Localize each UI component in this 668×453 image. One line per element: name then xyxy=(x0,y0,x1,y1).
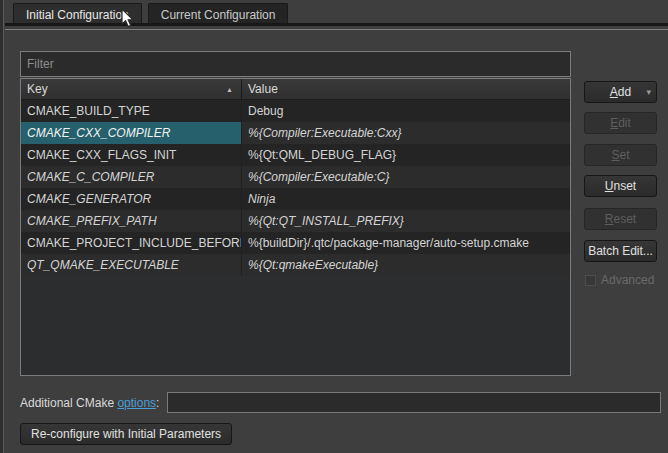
advanced-label: Advanced xyxy=(601,273,654,287)
add-button-label: dd xyxy=(618,85,631,99)
tab-current-configuration[interactable]: Current Configuration xyxy=(148,3,289,23)
cmake-configuration-panel: Initial Configuration Current Configurat… xyxy=(0,0,668,453)
value-cell[interactable]: %{Qt:qmakeExecutable} xyxy=(242,254,570,276)
value-cell[interactable]: %{Compiler:Executable:Cxx} xyxy=(242,122,570,144)
value-cell[interactable]: Debug xyxy=(242,100,570,122)
value-cell[interactable]: %{Qt:QT_INSTALL_PREFIX} xyxy=(242,210,570,232)
key-cell[interactable]: CMAKE_PREFIX_PATH xyxy=(21,210,242,232)
reset-button[interactable]: Reset xyxy=(584,208,657,230)
table-header: Key ▲ Value xyxy=(21,79,570,100)
reconfigure-label: Re-configure with Initial Parameters xyxy=(31,427,221,441)
table-row[interactable]: QT_QMAKE_EXECUTABLE %{Qt:qmakeExecutable… xyxy=(21,254,570,276)
tab-bar: Initial Configuration Current Configurat… xyxy=(5,0,668,26)
panel-left-border xyxy=(0,0,4,453)
key-cell[interactable]: QT_QMAKE_EXECUTABLE xyxy=(21,254,242,276)
table-row[interactable]: CMAKE_PROJECT_INCLUDE_BEFORE %{buildDir}… xyxy=(21,232,570,254)
tab-label: Current Configuration xyxy=(161,8,276,22)
checkbox-icon xyxy=(585,275,596,286)
tab-label: Initial Configuration xyxy=(26,8,129,22)
reconfigure-button[interactable]: Re-configure with Initial Parameters xyxy=(20,423,232,445)
set-button[interactable]: Set xyxy=(584,144,657,166)
additional-cmake-options-label: Additional CMake options: xyxy=(20,396,159,410)
table-row[interactable]: CMAKE_PREFIX_PATH %{Qt:QT_INSTALL_PREFIX… xyxy=(21,210,570,232)
key-cell[interactable]: CMAKE_CXX_FLAGS_INIT xyxy=(21,144,242,166)
configuration-table: Key ▲ Value CMAKE_BUILD_TYPE Debug CMAKE… xyxy=(20,78,571,376)
edit-button[interactable]: Edit xyxy=(584,112,657,134)
column-header-key-label: Key xyxy=(27,82,48,96)
value-cell[interactable]: Ninja xyxy=(242,188,570,210)
value-cell[interactable]: %{Compiler:Executable:C} xyxy=(242,166,570,188)
tab-pane: Key ▲ Value CMAKE_BUILD_TYPE Debug CMAKE… xyxy=(5,29,668,450)
options-link[interactable]: options xyxy=(117,396,156,410)
table-row[interactable]: CMAKE_CXX_COMPILER %{Compiler:Executable… xyxy=(21,122,570,144)
column-header-value-label: Value xyxy=(248,82,278,96)
value-cell[interactable]: %{Qt:QML_DEBUG_FLAG} xyxy=(242,144,570,166)
table-row[interactable]: CMAKE_GENERATOR Ninja xyxy=(21,188,570,210)
filter-input[interactable] xyxy=(20,51,571,77)
add-button[interactable]: Add ▾ xyxy=(584,81,657,103)
table-body: CMAKE_BUILD_TYPE Debug CMAKE_CXX_COMPILE… xyxy=(21,100,570,276)
add-button-mnemonic: A xyxy=(610,85,618,99)
key-cell[interactable]: CMAKE_BUILD_TYPE xyxy=(21,100,242,122)
table-row[interactable]: CMAKE_BUILD_TYPE Debug xyxy=(21,100,570,122)
tab-initial-configuration[interactable]: Initial Configuration xyxy=(13,3,142,23)
table-row[interactable]: CMAKE_CXX_FLAGS_INIT %{Qt:QML_DEBUG_FLAG… xyxy=(21,144,570,166)
key-cell[interactable]: CMAKE_GENERATOR xyxy=(21,188,242,210)
value-cell[interactable]: %{buildDir}/.qtc/package-manager/auto-se… xyxy=(242,232,570,254)
unset-button[interactable]: Unset xyxy=(584,175,657,197)
column-header-key[interactable]: Key ▲ xyxy=(21,79,242,99)
key-cell-selected[interactable]: CMAKE_CXX_COMPILER xyxy=(21,122,242,144)
table-row[interactable]: CMAKE_C_COMPILER %{Compiler:Executable:C… xyxy=(21,166,570,188)
sort-ascending-icon: ▲ xyxy=(226,86,233,93)
additional-cmake-options-input[interactable] xyxy=(167,392,661,413)
key-cell[interactable]: CMAKE_PROJECT_INCLUDE_BEFORE xyxy=(21,232,242,254)
dropdown-arrow-icon: ▾ xyxy=(646,82,651,102)
batch-edit-button[interactable]: Batch Edit... xyxy=(584,240,657,262)
advanced-checkbox[interactable]: Advanced xyxy=(585,273,654,287)
column-header-value[interactable]: Value xyxy=(242,79,570,99)
key-cell[interactable]: CMAKE_C_COMPILER xyxy=(21,166,242,188)
